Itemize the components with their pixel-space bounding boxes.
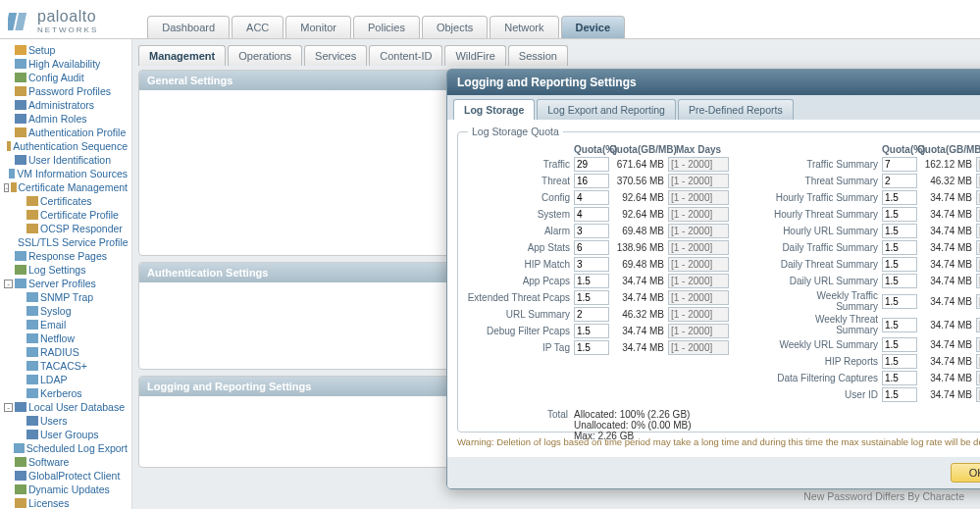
quota-input[interactable] (574, 257, 609, 272)
quota-input[interactable] (574, 290, 609, 305)
quota-input[interactable] (574, 324, 609, 338)
quota-input[interactable] (882, 257, 917, 272)
subtab-content-id[interactable]: Content-ID (369, 45, 442, 66)
quota-input[interactable] (882, 354, 917, 369)
quota-input[interactable] (574, 190, 609, 205)
sidebar-item-vm-information-sources[interactable]: VM Information Sources (2, 167, 129, 180)
maxdays-input[interactable] (976, 190, 980, 205)
maxdays-input[interactable] (668, 257, 729, 272)
sidebar-item-response-pages[interactable]: Response Pages (2, 249, 129, 263)
maxdays-input[interactable] (668, 207, 729, 222)
quota-input[interactable] (882, 318, 917, 332)
sidebar-item-syslog[interactable]: Syslog (2, 304, 129, 318)
quota-input[interactable] (574, 240, 609, 255)
sidebar-item-ssl-tls-service-profile[interactable]: SSL/TLS Service Profile (2, 235, 129, 249)
maxdays-input[interactable] (668, 324, 729, 338)
maxdays-input[interactable] (976, 387, 980, 402)
sidebar-item-ldap[interactable]: LDAP (2, 373, 129, 386)
sidebar-item-ocsp-responder[interactable]: OCSP Responder (2, 222, 129, 235)
quota-input[interactable] (574, 207, 609, 222)
expand-icon[interactable]: - (4, 403, 13, 412)
sidebar-item-email[interactable]: Email (2, 318, 129, 331)
maxdays-input[interactable] (976, 274, 980, 288)
toptab-objects[interactable]: Objects (422, 16, 488, 38)
maxdays-input[interactable] (668, 190, 729, 205)
quota-input[interactable] (882, 337, 917, 352)
quota-input[interactable] (882, 274, 917, 288)
subtab-wildfire[interactable]: WildFire (444, 45, 505, 66)
maxdays-input[interactable] (668, 307, 729, 322)
maxdays-input[interactable] (976, 207, 980, 222)
maxdays-input[interactable] (976, 174, 980, 188)
maxdays-input[interactable] (976, 157, 980, 172)
quota-input[interactable] (882, 190, 917, 205)
sidebar-item-netflow[interactable]: Netflow (2, 331, 129, 345)
toptab-monitor[interactable]: Monitor (285, 16, 351, 38)
sidebar-item-licenses[interactable]: Licenses (2, 496, 129, 509)
quota-input[interactable] (574, 307, 609, 322)
sidebar-item-kerberos[interactable]: Kerberos (2, 386, 129, 400)
maxdays-input[interactable] (668, 174, 729, 188)
toptab-device[interactable]: Device (561, 16, 625, 38)
sidebar-item-server-profiles[interactable]: -Server Profiles (2, 277, 129, 290)
quota-input[interactable] (574, 274, 609, 288)
sidebar-item-config-audit[interactable]: Config Audit (2, 71, 129, 84)
maxdays-input[interactable] (668, 340, 729, 355)
quota-input[interactable] (882, 294, 917, 309)
sidebar-item-scheduled-log-export[interactable]: Scheduled Log Export (2, 441, 129, 455)
sidebar-item-certificate-profile[interactable]: Certificate Profile (2, 208, 129, 222)
maxdays-input[interactable] (976, 294, 980, 309)
sidebar-item-certificates[interactable]: Certificates (2, 194, 129, 208)
subtab-operations[interactable]: Operations (228, 45, 302, 66)
quota-input[interactable] (882, 174, 917, 188)
toptab-policies[interactable]: Policies (353, 16, 420, 38)
quota-input[interactable] (574, 340, 609, 355)
maxdays-input[interactable] (976, 318, 980, 332)
sidebar-item-radius[interactable]: RADIUS (2, 345, 129, 359)
maxdays-input[interactable] (976, 224, 980, 238)
sidebar-item-log-settings[interactable]: Log Settings (2, 263, 129, 277)
sidebar-item-dynamic-updates[interactable]: Dynamic Updates (2, 483, 129, 496)
sidebar-item-authentication-sequence[interactable]: Authentication Sequence (2, 139, 129, 153)
sidebar-item-software[interactable]: Software (2, 455, 129, 469)
sidebar-item-setup[interactable]: Setup (2, 43, 129, 57)
quota-input[interactable] (574, 157, 609, 172)
sidebar-item-user-identification[interactable]: User Identification (2, 153, 129, 167)
quota-input[interactable] (882, 207, 917, 222)
subtab-services[interactable]: Services (304, 45, 367, 66)
quota-input[interactable] (882, 240, 917, 255)
sidebar-item-globalprotect-client[interactable]: GlobalProtect Client (2, 469, 129, 483)
expand-icon[interactable]: - (4, 183, 9, 192)
maxdays-input[interactable] (976, 354, 980, 369)
quota-input[interactable] (882, 371, 917, 385)
modal-tab-log-storage[interactable]: Log Storage (453, 99, 535, 120)
quota-input[interactable] (882, 224, 917, 238)
sidebar-item-certificate-management[interactable]: -Certificate Management (2, 180, 129, 194)
sidebar-item-snmp-trap[interactable]: SNMP Trap (2, 290, 129, 304)
maxdays-input[interactable] (976, 257, 980, 272)
modal-tab-log-export-and-reporting[interactable]: Log Export and Reporting (537, 99, 676, 120)
toptab-dashboard[interactable]: Dashboard (147, 16, 230, 38)
maxdays-input[interactable] (668, 290, 729, 305)
sidebar-item-administrators[interactable]: Administrators (2, 98, 129, 112)
maxdays-input[interactable] (668, 157, 729, 172)
subtab-session[interactable]: Session (508, 45, 568, 66)
quota-input[interactable] (574, 174, 609, 188)
sidebar-item-users[interactable]: Users (2, 414, 129, 428)
toptab-network[interactable]: Network (490, 16, 558, 38)
sidebar-item-tacacs-[interactable]: TACACS+ (2, 359, 129, 373)
maxdays-input[interactable] (668, 240, 729, 255)
sidebar-item-local-user-database[interactable]: -Local User Database (2, 400, 129, 414)
sidebar-item-high-availability[interactable]: High Availability (2, 57, 129, 71)
quota-input[interactable] (574, 224, 609, 238)
ok-button[interactable]: OK (951, 463, 980, 483)
maxdays-input[interactable] (668, 274, 729, 288)
maxdays-input[interactable] (668, 224, 729, 238)
quota-input[interactable] (882, 387, 917, 402)
sidebar-item-user-groups[interactable]: User Groups (2, 428, 129, 441)
quota-input[interactable] (882, 157, 917, 172)
modal-tab-pre-defined-reports[interactable]: Pre-Defined Reports (678, 99, 794, 120)
toptab-acc[interactable]: ACC (232, 16, 284, 38)
maxdays-input[interactable] (976, 240, 980, 255)
maxdays-input[interactable] (976, 371, 980, 385)
